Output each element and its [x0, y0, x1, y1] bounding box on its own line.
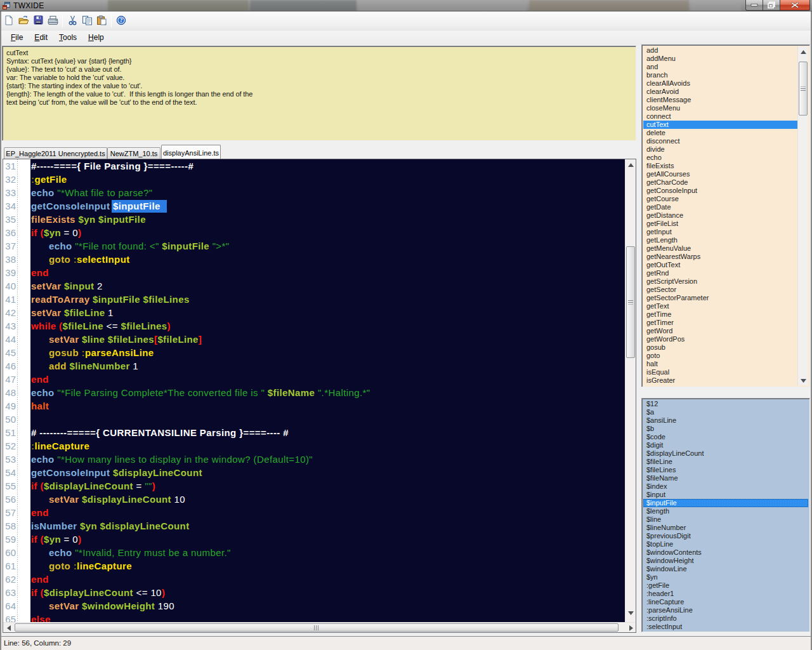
variable-item[interactable]: $fileName: [643, 474, 808, 482]
command-item[interactable]: getMenuValue: [643, 244, 808, 253]
command-item[interactable]: cutText: [643, 121, 808, 129]
variable-item[interactable]: $yn: [643, 573, 808, 581]
command-item[interactable]: getOutText: [643, 261, 808, 269]
variable-item[interactable]: $topLine: [643, 540, 808, 548]
command-item[interactable]: getRnd: [643, 269, 808, 277]
scroll-arrow-up-icon[interactable]: [628, 163, 634, 167]
command-item[interactable]: clearAvoid: [643, 88, 808, 96]
command-item[interactable]: getLength: [643, 236, 808, 244]
variable-item[interactable]: $length: [643, 507, 808, 515]
variable-item[interactable]: $fileLine: [643, 458, 808, 466]
scroll-arrow-left-icon[interactable]: [7, 625, 11, 631]
variable-item[interactable]: $line: [643, 515, 808, 524]
cut-button[interactable]: [65, 13, 79, 29]
commands-list[interactable]: addaddMenuandbranchclearAllAvoidsclearAv…: [641, 44, 810, 387]
menu-edit[interactable]: Edit: [29, 31, 53, 44]
editor-horizontal-scrollbar[interactable]: [3, 622, 636, 632]
variable-item[interactable]: $code: [643, 433, 808, 441]
command-item[interactable]: getWordPos: [643, 335, 808, 343]
command-item[interactable]: addMenu: [643, 55, 808, 63]
variable-item[interactable]: $windowContents: [643, 548, 808, 557]
close-button[interactable]: [780, 0, 810, 11]
variables-list[interactable]: $12$a$ansiLine$b$code$digit$displayLineC…: [641, 398, 810, 632]
command-item[interactable]: getSector: [643, 286, 808, 294]
tab-displayAnsiLine.ts[interactable]: displayAnsiLine.ts: [161, 145, 221, 159]
variable-item[interactable]: $windowHeight: [643, 557, 808, 565]
tab-NewZTM_10.ts[interactable]: NewZTM_10.ts: [107, 147, 160, 159]
variable-item[interactable]: $displayLineCount: [643, 449, 808, 458]
editor-hscroll-thumb[interactable]: [15, 623, 619, 632]
command-item[interactable]: branch: [643, 71, 808, 79]
editor-vscroll-thumb[interactable]: [626, 246, 635, 358]
variable-item[interactable]: :scriptInfo: [643, 614, 808, 623]
variable-item[interactable]: $fileLines: [643, 466, 808, 474]
variable-item[interactable]: :lineCapture: [643, 598, 808, 606]
menu-file[interactable]: File: [5, 31, 29, 44]
command-item[interactable]: getText: [643, 302, 808, 310]
command-item[interactable]: isEqual: [643, 368, 808, 376]
command-item[interactable]: add: [643, 46, 808, 55]
new-button[interactable]: [2, 13, 16, 29]
maximize-button[interactable]: [763, 0, 780, 11]
variable-item[interactable]: $lineNumber: [643, 524, 808, 532]
scroll-arrow-right-icon[interactable]: [629, 625, 633, 631]
code-area[interactable]: #-----===={ File Parsing }====-----#:get…: [30, 159, 625, 622]
command-item[interactable]: getTime: [643, 310, 808, 319]
command-item[interactable]: getCharCode: [643, 178, 808, 187]
menu-help[interactable]: Help: [82, 31, 110, 44]
command-item[interactable]: isGreater: [643, 376, 808, 385]
command-item[interactable]: getAllCourses: [643, 170, 808, 178]
command-item[interactable]: divide: [643, 145, 808, 154]
command-item[interactable]: getNearestWarps: [643, 253, 808, 261]
code-editor[interactable]: 3132333435363738394041424344454647484950…: [3, 159, 636, 633]
paste-button[interactable]: [95, 13, 108, 29]
command-item[interactable]: fileExists: [643, 162, 808, 170]
command-item[interactable]: getConsoleInput: [643, 187, 808, 195]
variable-item[interactable]: $windowLine: [643, 565, 808, 573]
variable-item[interactable]: $12: [643, 400, 808, 408]
command-item[interactable]: connect: [643, 112, 808, 121]
commands-scrollbar-thumb[interactable]: [799, 62, 808, 116]
command-item[interactable]: gosub: [643, 343, 808, 352]
command-item[interactable]: delete: [643, 129, 808, 137]
command-item[interactable]: echo: [643, 154, 808, 162]
variable-item[interactable]: $b: [643, 425, 808, 433]
editor-vertical-scrollbar[interactable]: [625, 159, 636, 622]
scroll-arrow-down-icon[interactable]: [628, 611, 634, 615]
command-item[interactable]: halt: [643, 360, 808, 368]
variable-item[interactable]: :getFile: [643, 581, 808, 590]
command-item[interactable]: getInput: [643, 228, 808, 236]
variable-item[interactable]: :header1: [643, 590, 808, 598]
command-item[interactable]: getScriptVersion: [643, 277, 808, 286]
minimize-button[interactable]: [745, 0, 763, 11]
command-item[interactable]: clientMessage: [643, 96, 808, 104]
print-button[interactable]: [46, 13, 60, 29]
save-button[interactable]: [31, 13, 45, 29]
command-item[interactable]: and: [643, 63, 808, 71]
tab-EP_Haggle2011 Unencrypted.ts[interactable]: EP_Haggle2011 Unencrypted.ts: [4, 147, 107, 159]
command-item[interactable]: getCourse: [643, 195, 808, 203]
variable-item[interactable]: $inputFile: [643, 499, 808, 507]
variable-item[interactable]: $index: [643, 482, 808, 491]
command-item[interactable]: closeMenu: [643, 104, 808, 112]
command-item[interactable]: getDistance: [643, 211, 808, 220]
scroll-arrow-down-icon[interactable]: [801, 379, 806, 383]
variable-item[interactable]: $input: [643, 491, 808, 499]
open-button[interactable]: [16, 13, 30, 29]
menu-tools[interactable]: Tools: [53, 31, 82, 44]
variable-item[interactable]: $a: [643, 408, 808, 416]
commands-scrollbar[interactable]: [797, 46, 808, 385]
command-item[interactable]: goto: [643, 352, 808, 360]
copy-button[interactable]: [80, 13, 94, 29]
command-item[interactable]: disconnect: [643, 137, 808, 145]
command-item[interactable]: getWord: [643, 327, 808, 335]
variable-item[interactable]: :parseAnsiLine: [643, 606, 808, 614]
variable-item[interactable]: :selectInput: [643, 623, 808, 630]
variable-item[interactable]: $ansiLine: [643, 416, 808, 425]
command-item[interactable]: clearAllAvoids: [643, 79, 808, 88]
help-button[interactable]: ?: [114, 13, 128, 29]
variable-item[interactable]: $previousDigit: [643, 532, 808, 540]
command-item[interactable]: getFileList: [643, 220, 808, 228]
scroll-arrow-up-icon[interactable]: [801, 50, 806, 54]
command-item[interactable]: getDate: [643, 203, 808, 211]
